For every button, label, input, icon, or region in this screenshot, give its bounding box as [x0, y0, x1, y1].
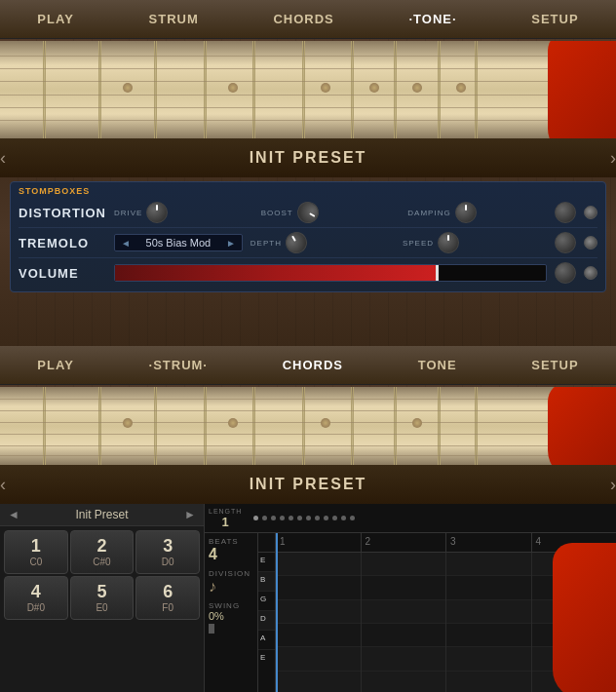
nav-setup-bottom[interactable]: SETUP [523, 354, 586, 376]
speed-knob[interactable] [438, 232, 459, 253]
chord-button-6[interactable]: 6 F0 [135, 576, 200, 620]
volume-handle[interactable] [436, 265, 439, 281]
beat-dots-row [250, 516, 612, 520]
piano-key-D: D [258, 611, 275, 631]
piano-key-B: B [258, 572, 275, 592]
nav-setup-top[interactable]: SETUP [523, 8, 586, 30]
piano-key-A: A [258, 631, 275, 650]
beats-param: BEATS 4 [209, 537, 253, 563]
grid-col-1 [276, 553, 362, 692]
grid-cell[interactable] [276, 624, 361, 647]
chord-preset-prev[interactable]: ◄ [8, 508, 19, 521]
tremolo-speed-param: SPEED [403, 232, 547, 253]
volume-led[interactable] [555, 262, 576, 284]
distortion-bypass[interactable] [584, 206, 597, 219]
chord-num-3: 3 [140, 537, 195, 555]
nav-strum-top[interactable]: STRUM [141, 8, 207, 30]
grid-cell[interactable] [276, 647, 361, 671]
chord-button-1[interactable]: 1 C0 [4, 530, 68, 574]
volume-bypass[interactable] [584, 266, 597, 280]
nav-strum-bottom[interactable]: ·STRUM· [141, 354, 215, 376]
tremolo-bypass[interactable] [584, 236, 597, 250]
tremolo-label: TREMOLO [19, 236, 106, 250]
piano-key-header-spacer [258, 533, 275, 553]
chord-name-5: E0 [75, 602, 130, 613]
division-label: DIVISION [209, 569, 253, 578]
chord-buttons-grid: 1 C0 2 C#0 3 D0 4 D#0 5 E0 [0, 526, 204, 624]
string-line [0, 445, 616, 446]
chord-preset-next[interactable]: ► [184, 508, 196, 521]
chord-name-3: D0 [140, 557, 195, 567]
chord-editor-area: ◄ Init Preset ► 1 C0 2 C#0 3 D0 [0, 504, 616, 692]
preset-prev-bottom[interactable]: ‹ [0, 475, 6, 495]
playhead-line [276, 533, 278, 692]
chord-name-1: C0 [9, 557, 63, 567]
string-line [0, 455, 616, 456]
volume-bar[interactable] [114, 264, 547, 282]
string-line [0, 434, 616, 435]
string-line [0, 120, 616, 121]
guitar-neck-bottom [0, 387, 616, 465]
col-header-2: 2 [362, 533, 447, 552]
preset-prev-top[interactable]: ‹ [0, 148, 6, 169]
chord-button-3[interactable]: 3 D0 [135, 530, 200, 574]
grid-cell[interactable] [362, 672, 446, 692]
piano-key-E-high: E [258, 553, 275, 572]
beat-dot [280, 516, 285, 520]
length-label: LENGTH [209, 508, 242, 515]
fret-dot [123, 418, 133, 428]
grid-cell[interactable] [446, 553, 531, 576]
grid-cell[interactable] [362, 576, 446, 599]
nav-tone-bottom[interactable]: TONE [410, 354, 465, 376]
grid-cell[interactable] [446, 647, 531, 671]
grid-cell[interactable] [276, 553, 361, 576]
grid-cell[interactable] [362, 624, 446, 647]
preset-name-bottom: INIT PRESET [25, 476, 591, 493]
preset-next-bottom[interactable]: › [610, 475, 616, 495]
beat-dot [350, 516, 355, 520]
grid-cell[interactable] [446, 600, 531, 624]
fret-dot [321, 83, 330, 93]
tremolo-next[interactable]: ► [226, 238, 236, 249]
grid-cell[interactable] [446, 672, 531, 692]
grid-cell[interactable] [276, 576, 361, 599]
guitar-body-top [548, 41, 616, 138]
tremolo-led[interactable] [555, 232, 576, 253]
preset-next-top[interactable]: › [610, 148, 616, 169]
grid-cell[interactable] [446, 624, 531, 647]
nav-play-top[interactable]: PLAY [29, 8, 81, 30]
grid-cell[interactable] [446, 576, 531, 599]
string-line [0, 422, 616, 423]
nav-chords-top[interactable]: CHORDS [265, 8, 341, 30]
beat-dot [297, 516, 302, 520]
guitar-body-bottom-right [553, 543, 616, 692]
beat-dot [271, 516, 276, 520]
drive-knob[interactable] [146, 202, 168, 223]
fret-dot [456, 83, 466, 93]
grid-cell[interactable] [276, 600, 361, 624]
grid-cell[interactable] [362, 600, 446, 624]
distortion-led[interactable] [555, 202, 576, 223]
nav-play-bottom[interactable]: PLAY [29, 354, 81, 376]
division-icon: ♪ [209, 578, 253, 596]
beat-dot [332, 516, 337, 520]
nav-chords-bottom[interactable]: CHORDS [275, 354, 351, 376]
tremolo-prev[interactable]: ◄ [121, 238, 131, 249]
preset-name-top: INIT PRESET [25, 149, 591, 167]
string-line [0, 68, 616, 69]
piano-key-E-low: E [258, 650, 275, 670]
grid-cell[interactable] [362, 647, 446, 671]
piano-key-G: G [258, 592, 275, 611]
tremolo-preset-selector[interactable]: ◄ 50s Bias Mod ► [114, 234, 243, 251]
grid-cell[interactable] [276, 672, 361, 692]
nav-tone-top[interactable]: ·TONE· [401, 8, 464, 30]
grid-cell[interactable] [362, 553, 446, 576]
depth-knob[interactable] [282, 228, 311, 257]
chord-button-5[interactable]: 5 E0 [70, 576, 135, 620]
chord-button-2[interactable]: 2 C#0 [70, 530, 135, 574]
chord-button-4[interactable]: 4 D#0 [4, 576, 68, 620]
params-column: BEATS 4 DIVISION ♪ SWING 0% [205, 533, 258, 692]
damping-knob[interactable] [455, 202, 477, 223]
beat-dot [324, 516, 328, 520]
boost-knob[interactable] [293, 198, 323, 227]
